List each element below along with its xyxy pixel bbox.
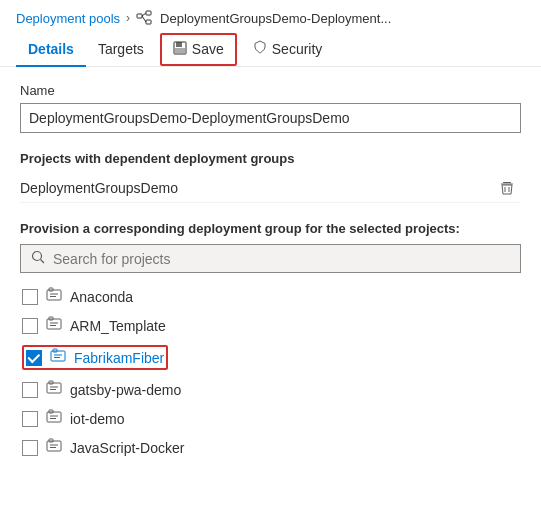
svg-line-3 (142, 13, 146, 16)
svg-point-12 (33, 252, 42, 261)
save-button[interactable]: Save (163, 36, 234, 63)
list-item[interactable]: ARM_Template (20, 312, 521, 339)
name-label: Name (20, 83, 521, 98)
tab-security[interactable]: Security (241, 32, 335, 67)
svg-rect-22 (51, 351, 65, 361)
svg-line-13 (41, 260, 45, 264)
svg-rect-18 (47, 319, 61, 329)
item-label: JavaScript-Docker (70, 440, 184, 456)
dependent-project-row: DeploymentGroupsDemo (20, 174, 521, 203)
item-label: Anaconda (70, 289, 133, 305)
breadcrumb: Deployment pools › DeploymentGroupsDemo-… (0, 0, 541, 32)
search-icon (31, 250, 45, 267)
svg-line-4 (142, 16, 146, 22)
svg-rect-34 (47, 441, 61, 451)
project-icon (46, 287, 62, 306)
delete-project-button[interactable] (493, 178, 521, 198)
list-item[interactable]: gatsby-pwa-demo (20, 376, 521, 403)
svg-rect-7 (175, 48, 185, 53)
project-icon (50, 348, 66, 367)
project-icon (46, 438, 62, 457)
list-item[interactable]: Anaconda (20, 283, 521, 310)
highlighted-item-box: FabrikamFiber (22, 345, 168, 370)
item-label: ARM_Template (70, 318, 166, 334)
list-item[interactable]: JavaScript-Docker (20, 434, 521, 461)
name-input[interactable] (20, 103, 521, 133)
project-icon (46, 380, 62, 399)
search-input[interactable] (53, 251, 510, 267)
checkbox[interactable] (22, 382, 38, 398)
shield-icon (253, 40, 267, 57)
svg-rect-14 (47, 290, 61, 300)
svg-rect-6 (176, 42, 182, 47)
list-item[interactable]: iot-demo (20, 405, 521, 432)
svg-rect-1 (146, 11, 151, 15)
project-icon (46, 409, 62, 428)
provision-label: Provision a corresponding deployment gro… (20, 221, 521, 236)
item-label: gatsby-pwa-demo (70, 382, 181, 398)
svg-rect-9 (501, 184, 513, 185)
checkbox[interactable] (22, 289, 38, 305)
deployment-groups-icon (136, 10, 152, 26)
search-box (20, 244, 521, 273)
projects-list: Anaconda ARM_Template (20, 283, 521, 461)
svg-rect-26 (47, 383, 61, 393)
dependent-project-name: DeploymentGroupsDemo (20, 180, 178, 196)
checkbox[interactable] (22, 318, 38, 334)
tabs-bar: Details Targets Save Security (0, 32, 541, 67)
project-icon (46, 316, 62, 335)
checkbox[interactable] (22, 411, 38, 427)
svg-rect-30 (47, 412, 61, 422)
svg-rect-8 (503, 182, 511, 183)
save-icon (173, 41, 187, 58)
item-label: FabrikamFiber (74, 350, 164, 366)
checkbox[interactable] (26, 350, 42, 366)
svg-rect-0 (137, 14, 142, 18)
tab-security-label: Security (272, 41, 323, 57)
item-label: iot-demo (70, 411, 124, 427)
save-button-wrapper: Save (160, 33, 237, 66)
projects-section-title: Projects with dependent deployment group… (20, 151, 521, 166)
breadcrumb-current: DeploymentGroupsDemo-Deployment... (160, 11, 391, 26)
breadcrumb-link[interactable]: Deployment pools (16, 11, 120, 26)
tab-details[interactable]: Details (16, 33, 86, 67)
main-content: Name Projects with dependent deployment … (0, 67, 541, 477)
tab-targets[interactable]: Targets (86, 33, 156, 67)
checkbox[interactable] (22, 440, 38, 456)
svg-rect-2 (146, 20, 151, 24)
breadcrumb-separator: › (126, 11, 130, 25)
save-label: Save (192, 41, 224, 57)
list-item[interactable]: FabrikamFiber (20, 341, 521, 374)
